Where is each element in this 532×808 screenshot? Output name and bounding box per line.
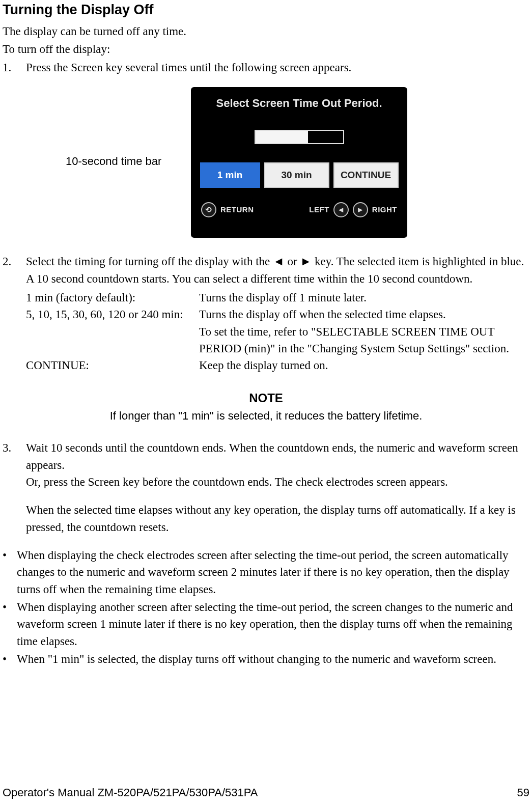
note-heading: NOTE — [3, 389, 529, 407]
bullet-3-text: When "1 min" is selected, the display tu… — [17, 651, 529, 667]
step-3-body: Wait 10 seconds until the countdown ends… — [26, 439, 529, 536]
countdown-bar — [255, 130, 344, 144]
intro-line-1: The display can be turned off any time. — [3, 23, 529, 40]
step-2-number: 2. — [3, 253, 26, 374]
bullet-dot-icon: • — [3, 599, 17, 650]
step-3-number: 3. — [3, 439, 26, 536]
return-group: ⟲ RETURN — [201, 202, 254, 217]
option-label-1min: 1 min (factory default): — [26, 289, 199, 306]
step-2-text: Select the timing for turning off the di… — [26, 253, 529, 287]
list-item: • When displaying another screen after s… — [3, 599, 529, 650]
options-table: 1 min (factory default): Turns the displ… — [26, 289, 529, 374]
footer-page-number: 59 — [517, 785, 529, 801]
option-desc-ref: To set the time, refer to "SELECTABLE SC… — [199, 323, 529, 357]
step-3-text-2: Or, press the Screen key before the coun… — [26, 473, 529, 490]
note-body: If longer than "1 min" is selected, it r… — [3, 408, 529, 424]
bullet-dot-icon: • — [3, 547, 17, 598]
step-3-text-1: Wait 10 seconds until the countdown ends… — [26, 439, 529, 473]
timeout-options-row: 1 min 30 min CONTINUE — [198, 162, 400, 188]
table-row: 5, 10, 15, 30, 60, 120 or 240 min: Turns… — [26, 306, 529, 323]
table-row: CONTINUE: Keep the display turned on. — [26, 357, 529, 374]
device-nav-row: ⟲ RETURN LEFT ◄ ► RIGHT — [198, 202, 400, 217]
countdown-bar-fill — [256, 131, 308, 143]
device-title: Select Screen Time Out Period. — [198, 95, 400, 112]
intro-line-2: To turn off the display: — [3, 41, 529, 58]
device-screen: Select Screen Time Out Period. 1 min 30 … — [191, 87, 407, 238]
return-icon[interactable]: ⟲ — [201, 202, 216, 217]
page-footer: Operator's Manual ZM-520PA/521PA/530PA/5… — [3, 785, 529, 801]
step-1-number: 1. — [3, 59, 26, 76]
left-arrow-icon[interactable]: ◄ — [333, 202, 349, 217]
bullet-1-text: When displaying the check electrodes scr… — [17, 547, 529, 598]
option-desc-multi: Turns the display off when the selected … — [199, 306, 529, 323]
list-item: • When "1 min" is selected, the display … — [3, 651, 529, 667]
right-arrow-icon[interactable]: ► — [353, 202, 368, 217]
table-row: To set the time, refer to "SELECTABLE SC… — [26, 323, 529, 357]
step-3-text-3: When the selected time elapses without a… — [26, 501, 529, 536]
left-right-group: LEFT ◄ ► RIGHT — [309, 202, 397, 217]
return-label: RETURN — [220, 204, 254, 215]
section-heading: Turning the Display Off — [3, 0, 529, 20]
left-label: LEFT — [309, 204, 329, 215]
option-label-continue: CONTINUE: — [26, 357, 199, 374]
option-1-min[interactable]: 1 min — [200, 162, 260, 188]
bullet-list: • When displaying the check electrodes s… — [3, 547, 529, 667]
step-2: 2. Select the timing for turning off the… — [3, 253, 529, 374]
option-30-min[interactable]: 30 min — [264, 162, 329, 188]
option-desc-continue: Keep the display turned on. — [199, 357, 529, 374]
right-label: RIGHT — [372, 204, 397, 215]
screenshot-area: 10-second time bar Select Screen Time Ou… — [3, 87, 529, 240]
option-continue[interactable]: CONTINUE — [333, 162, 399, 188]
footer-manual-title: Operator's Manual ZM-520PA/521PA/530PA/5… — [3, 785, 258, 801]
countdown-bar-wrap — [198, 130, 400, 144]
callout-time-bar-label: 10-second time bar — [66, 153, 161, 170]
list-item: • When displaying the check electrodes s… — [3, 547, 529, 598]
step-1-body: Press the Screen key several times until… — [26, 59, 529, 76]
option-desc-1min: Turns the display off 1 minute later. — [199, 289, 529, 306]
option-label-multi: 5, 10, 15, 30, 60, 120 or 240 min: — [26, 306, 199, 323]
option-label-empty — [26, 323, 199, 357]
bullet-dot-icon: • — [3, 651, 17, 667]
step-2-body: Select the timing for turning off the di… — [26, 253, 529, 374]
step-3: 3. Wait 10 seconds until the countdown e… — [3, 439, 529, 536]
table-row: 1 min (factory default): Turns the displ… — [26, 289, 529, 306]
step-1: 1. Press the Screen key several times un… — [3, 59, 529, 76]
bullet-2-text: When displaying another screen after sel… — [17, 599, 529, 650]
